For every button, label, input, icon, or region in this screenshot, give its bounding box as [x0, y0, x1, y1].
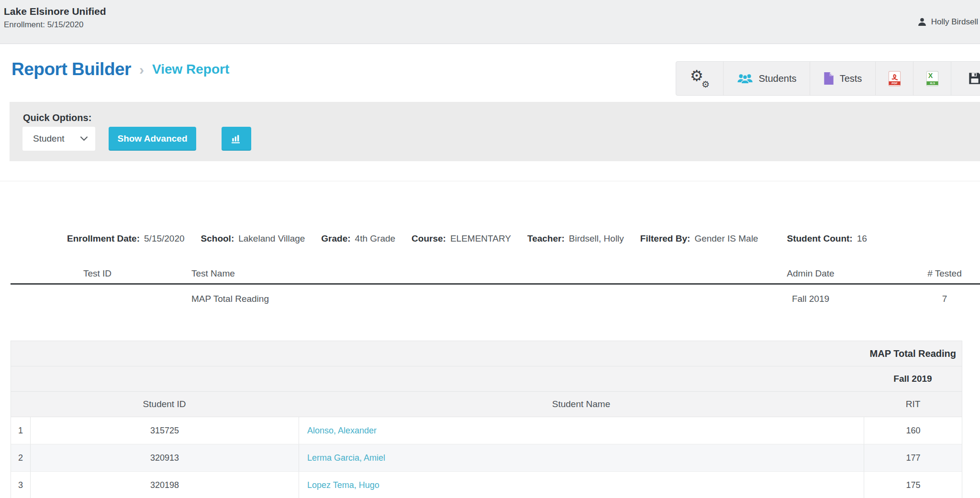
section-divider — [0, 181, 980, 181]
tests-summary-table: Test ID Test Name Admin Date # Tested MA… — [11, 264, 980, 313]
col-student-name: Student Name — [299, 392, 864, 417]
save-icon — [968, 72, 980, 85]
student-results-table: MAP Total Reading Fall 2019 Student ID S… — [11, 341, 962, 498]
svg-text:XLS: XLS — [930, 82, 935, 85]
top-bar: Lake Elsinore Unified Enrollment: 5/15/2… — [0, 0, 980, 44]
svg-text:X: X — [928, 71, 933, 79]
students-icon — [737, 72, 753, 85]
col-admin-date: Admin Date — [744, 264, 878, 283]
user-name: Holly Birdsell — [931, 17, 978, 27]
chart-view-button[interactable] — [222, 127, 251, 151]
page-title[interactable]: Report Builder — [11, 59, 131, 79]
student-id: 315725 — [30, 417, 299, 444]
bar-chart-icon — [231, 134, 242, 144]
meta-grade: Grade:4th Grade — [321, 233, 395, 244]
student-name-link[interactable]: Alonso, Alexander — [307, 426, 377, 436]
cell-test-name: MAP Total Reading — [184, 285, 744, 313]
student-id: 320913 — [30, 444, 299, 471]
meta-filtered-by: Filtered By:Gender IS Male — [640, 233, 758, 244]
student-id: 320198 — [30, 472, 299, 498]
cell-num-tested: 7 — [878, 285, 980, 313]
rit-score: 177 — [864, 444, 962, 471]
student-row: 2 320913 Lerma Garcia, Amiel 177 — [11, 444, 962, 472]
student-row: 1 315725 Alonso, Alexander 160 — [11, 417, 962, 444]
tests-table-header: Test ID Test Name Admin Date # Tested — [11, 264, 980, 285]
excel-icon: X XLS — [926, 71, 939, 87]
results-test-name: MAP Total Reading — [870, 341, 956, 366]
meta-school: School:Lakeland Village — [201, 233, 305, 244]
cell-admin-date: Fall 2019 — [744, 285, 878, 313]
col-test-id: Test ID — [11, 264, 184, 283]
district-name: Lake Elsinore Unified — [4, 6, 106, 17]
show-advanced-button[interactable]: Show Advanced — [109, 127, 196, 151]
pdf-icon: PDF — [888, 71, 901, 87]
breadcrumb: Report Builder › View Report — [11, 59, 229, 79]
results-term: Fall 2019 — [864, 366, 962, 391]
student-name-link[interactable]: Lopez Tema, Hugo — [307, 480, 379, 490]
tests-button-label: Tests — [840, 73, 862, 84]
meta-enrollment-date: Enrollment Date:5/15/2020 — [67, 233, 185, 244]
chevron-right-icon: › — [139, 62, 144, 77]
meta-student-count: Student Count:16 — [787, 233, 867, 244]
report-builder-page: Lake Elsinore Unified Enrollment: 5/15/2… — [0, 0, 980, 498]
settings-button[interactable]: ⚙⚙ — [676, 61, 724, 96]
results-term-header-row: Fall 2019 — [11, 366, 962, 392]
rit-score: 160 — [864, 417, 962, 444]
user-menu[interactable]: Holly Birdsell — [917, 0, 978, 44]
results-test-header-row: MAP Total Reading — [11, 341, 962, 366]
tests-button[interactable]: Tests — [810, 61, 876, 96]
enrollment-date-label: Enrollment: 5/15/2020 — [4, 20, 83, 30]
report-type-dropdown[interactable]: Student — [22, 127, 95, 151]
col-test-name: Test Name — [184, 264, 744, 283]
export-excel-button[interactable]: X XLS — [913, 61, 951, 96]
col-student-id: Student ID — [30, 392, 299, 417]
students-button-label: Students — [759, 73, 797, 84]
svg-text:PDF: PDF — [891, 81, 898, 85]
row-number: 3 — [11, 472, 30, 498]
student-row: 3 320198 Lopez Tema, Hugo 175 — [11, 472, 962, 498]
chevron-down-icon — [80, 136, 88, 141]
quick-options-label: Quick Options: — [23, 112, 91, 123]
user-icon — [917, 17, 927, 27]
tests-file-icon — [824, 72, 834, 85]
rit-score: 175 — [864, 472, 962, 498]
report-toolbar: ⚙⚙ Students Tests — [676, 61, 980, 96]
report-type-value: Student — [33, 133, 65, 144]
report-meta-row: Enrollment Date:5/15/2020 School:Lakelan… — [67, 233, 867, 244]
save-report-button[interactable] — [951, 61, 980, 96]
meta-course: Course:ELEMENTARY — [412, 233, 511, 244]
row-number: 1 — [11, 417, 30, 444]
gears-icon: ⚙⚙ — [690, 69, 709, 88]
students-button[interactable]: Students — [723, 61, 810, 96]
cell-test-id — [11, 285, 184, 313]
col-rit: RIT — [864, 392, 962, 417]
col-num-tested: # Tested — [878, 264, 980, 283]
row-number: 2 — [11, 444, 30, 471]
tests-table-row: MAP Total Reading Fall 2019 7 — [11, 285, 980, 313]
meta-teacher: Teacher:Birdsell, Holly — [527, 233, 624, 244]
export-pdf-button[interactable]: PDF — [875, 61, 913, 96]
breadcrumb-current: View Report — [152, 62, 229, 77]
quick-options-panel: Quick Options: Student Show Advanced — [10, 102, 980, 161]
results-column-header-row: Student ID Student Name RIT — [11, 392, 962, 417]
student-name-link[interactable]: Lerma Garcia, Amiel — [307, 453, 385, 463]
quick-options-controls: Student Show Advanced — [22, 127, 251, 151]
